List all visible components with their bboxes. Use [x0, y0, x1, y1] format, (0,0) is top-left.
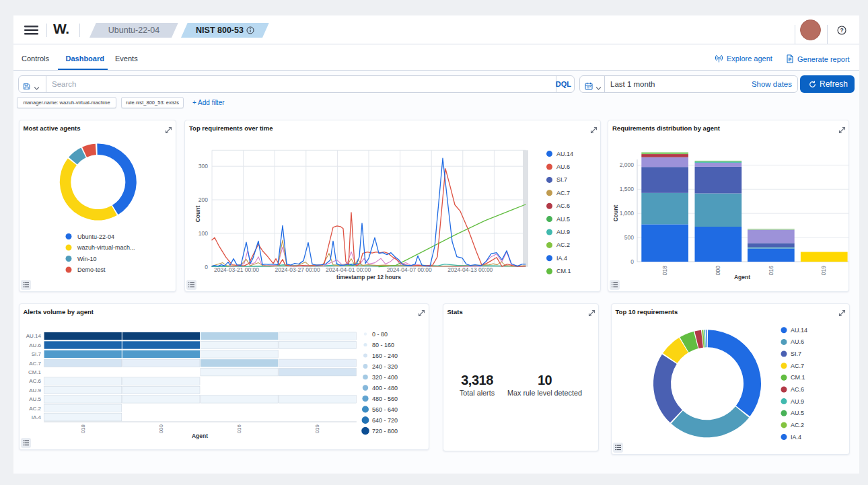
svg-text:160 - 240: 160 - 240	[372, 352, 398, 359]
svg-text:AU.9: AU.9	[791, 398, 804, 404]
svg-text:timestamp per 12 hours: timestamp per 12 hours	[336, 274, 401, 281]
svg-text:400 - 480: 400 - 480	[372, 384, 398, 391]
svg-text:100: 100	[198, 230, 208, 237]
svg-text:300: 300	[198, 163, 208, 170]
svg-text:0: 0	[630, 258, 634, 265]
svg-text:IA.4: IA.4	[31, 414, 41, 420]
svg-text:320 - 400: 320 - 400	[372, 373, 398, 380]
svg-text:0: 0	[205, 264, 208, 270]
svg-text:AC.7: AC.7	[29, 360, 41, 366]
svg-text:AU.5: AU.5	[29, 396, 41, 402]
svg-text:AU.5: AU.5	[791, 410, 804, 416]
svg-text:018: 018	[661, 266, 668, 275]
svg-text:AU.14: AU.14	[26, 333, 41, 339]
svg-text:Ubuntu-22-04: Ubuntu-22-04	[77, 233, 114, 240]
svg-text:000: 000	[715, 266, 721, 275]
svg-text:000: 000	[157, 424, 164, 433]
svg-text:AC.6: AC.6	[556, 202, 570, 209]
svg-text:016: 016	[768, 266, 774, 275]
svg-text:560 - 640: 560 - 640	[372, 406, 398, 412]
svg-text:019: 019	[820, 266, 827, 275]
svg-text:AC.6: AC.6	[29, 378, 41, 384]
svg-text:018: 018	[79, 424, 85, 433]
svg-text:IA.4: IA.4	[556, 255, 567, 262]
svg-text:AU.9: AU.9	[29, 387, 41, 393]
svg-text:AC.6: AC.6	[791, 385, 804, 392]
svg-text:CM.1: CM.1	[28, 369, 41, 375]
svg-text:2024-04-01 00:00: 2024-04-01 00:00	[326, 266, 371, 273]
svg-text:wazuh-virtual-mach...: wazuh-virtual-mach...	[77, 244, 135, 251]
svg-text:720 - 800: 720 - 800	[372, 427, 398, 434]
svg-text:AC.2: AC.2	[556, 241, 570, 248]
svg-text:240 - 320: 240 - 320	[372, 363, 398, 369]
svg-text:Count: Count	[612, 205, 619, 222]
svg-text:AU.6: AU.6	[556, 163, 570, 170]
svg-text:Agent: Agent	[734, 274, 750, 281]
svg-text:2024-04-07 00:00: 2024-04-07 00:00	[387, 266, 432, 273]
svg-text:AU.14: AU.14	[791, 326, 807, 333]
svg-text:AC.2: AC.2	[29, 405, 41, 411]
svg-text:480 - 560: 480 - 560	[372, 395, 398, 402]
svg-text:2,000: 2,000	[620, 161, 635, 168]
svg-text:AU.6: AU.6	[29, 342, 41, 348]
svg-text:640 - 720: 640 - 720	[372, 416, 398, 423]
svg-text:200: 200	[198, 196, 208, 203]
svg-text:1,500: 1,500	[620, 186, 635, 192]
svg-text:AU.9: AU.9	[556, 229, 570, 235]
svg-text:0 - 80: 0 - 80	[372, 330, 388, 337]
svg-text:019: 019	[314, 424, 320, 433]
svg-text:?: ?	[840, 27, 843, 34]
svg-text:CM.1: CM.1	[791, 374, 805, 381]
svg-text:AU.5: AU.5	[556, 216, 570, 223]
svg-text:AU.14: AU.14	[556, 151, 573, 157]
svg-text:SI.7: SI.7	[791, 350, 801, 357]
svg-text:2024-03-27 00:00: 2024-03-27 00:00	[275, 266, 320, 273]
svg-text:Count: Count	[194, 206, 201, 223]
svg-text:2024-04-13 00:00: 2024-04-13 00:00	[447, 266, 493, 273]
svg-text:Win-10: Win-10	[77, 256, 97, 262]
svg-text:AC.7: AC.7	[791, 362, 804, 369]
svg-text:SI.7: SI.7	[556, 176, 567, 183]
svg-text:80 - 160: 80 - 160	[372, 341, 394, 348]
svg-text:Demo-test: Demo-test	[77, 266, 106, 273]
svg-text:1,000: 1,000	[620, 210, 635, 217]
svg-text:AC.7: AC.7	[556, 190, 570, 196]
svg-text:SI.7: SI.7	[31, 351, 41, 357]
svg-text:Agent: Agent	[191, 433, 207, 439]
svg-text:IA.4: IA.4	[791, 433, 801, 440]
svg-text:CM.1: CM.1	[556, 268, 571, 274]
svg-text:2024-03-21 00:00: 2024-03-21 00:00	[214, 266, 259, 273]
svg-text:016: 016	[236, 424, 242, 433]
svg-text:AC.2: AC.2	[791, 421, 804, 428]
svg-text:AU.6: AU.6	[791, 338, 804, 345]
svg-text:500: 500	[624, 234, 634, 241]
